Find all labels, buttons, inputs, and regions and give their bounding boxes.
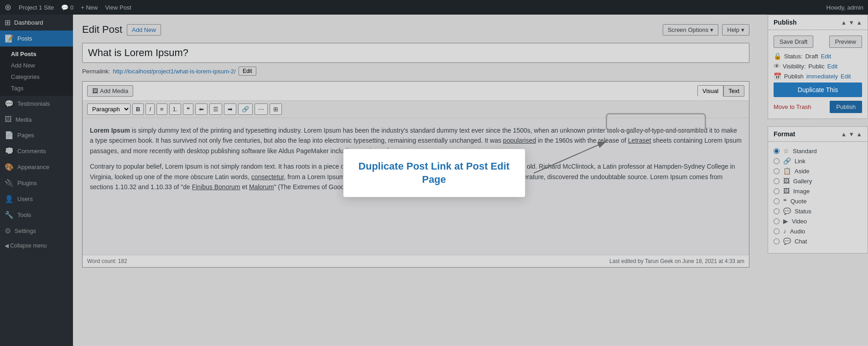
view-post-link[interactable]: View Post xyxy=(105,4,131,11)
popup-box: Duplicate Post Link at Post Edit Page xyxy=(343,149,525,197)
howdy-label: Howdy, admin xyxy=(826,4,863,11)
admin-bar: ⊛ Project 1 Site 💬 0 + New View Post How… xyxy=(0,0,868,15)
wp-logo-icon[interactable]: ⊛ xyxy=(5,2,11,12)
popup-title: Duplicate Post Link at Post Edit Page xyxy=(358,160,510,186)
duplicate-this-button[interactable]: Duplicate This xyxy=(774,83,862,97)
popup-overlay: Duplicate Post Link at Post Edit Page xyxy=(0,0,868,346)
new-content-btn[interactable]: + New xyxy=(81,4,98,11)
site-name[interactable]: Project 1 Site xyxy=(19,4,54,11)
comments-icon[interactable]: 💬 0 xyxy=(61,4,73,11)
